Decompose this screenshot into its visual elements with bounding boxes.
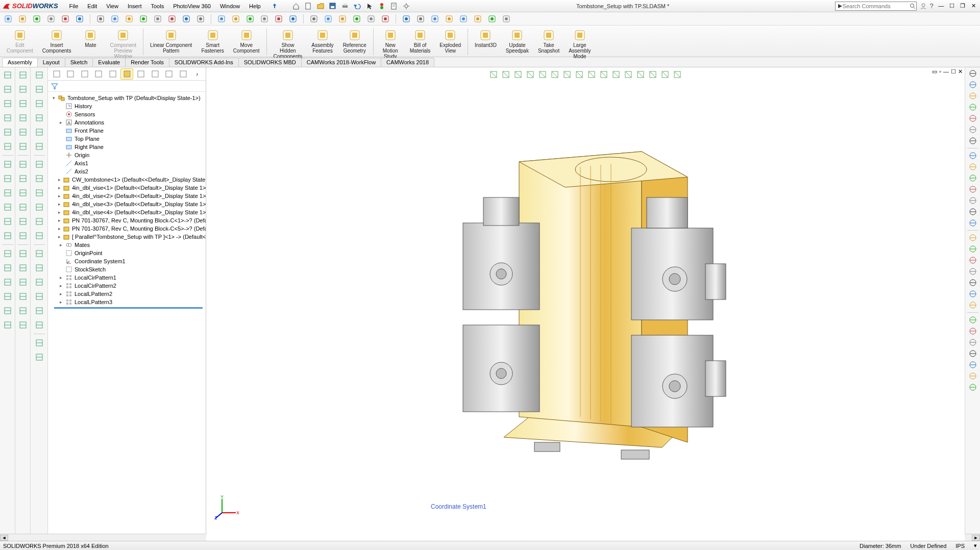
view-icon-7[interactable] [574,69,584,80]
vt1-icon-15[interactable] [2,291,13,302]
tree-item[interactable]: ▸4in_dbl_vise<1> (Default<<Default>_Disp… [51,184,206,192]
qa-icon-21[interactable] [323,14,333,24]
tree-item[interactable]: Coordinate System1 [51,257,206,265]
vt1-icon-16[interactable] [2,305,13,316]
rt-icon-0[interactable] [969,69,977,78]
qa-icon-8[interactable] [124,14,134,24]
qa-icon-22[interactable] [337,14,348,24]
orientation-triad[interactable]: Y X Z [214,495,240,520]
view-icon-11[interactable] [623,69,633,80]
expand-icon[interactable]: ▸ [58,291,63,296]
vt3-icon-1[interactable] [34,84,45,95]
vt3-icon-17[interactable] [34,319,45,331]
home-icon[interactable] [291,2,301,11]
vt2-icon-4[interactable] [17,127,29,138]
vp-close-icon[interactable]: ✕ [958,68,963,75]
qa-icon-2[interactable] [32,14,42,24]
vt1-icon-12[interactable] [2,248,13,259]
vt2-icon-17[interactable] [17,319,29,331]
view-icon-4[interactable] [537,69,548,80]
status-extra-icon[interactable]: ▾ [974,542,977,549]
expand-icon[interactable]: ▸ [58,283,63,288]
menu-photoview-360[interactable]: PhotoView 360 [169,2,215,10]
tree-item[interactable]: Sensors [51,110,206,118]
tree-item[interactable]: ▸4in_dbl_vise<2> (Default<<Default>_Disp… [51,192,206,200]
vt2-icon-5[interactable] [17,141,29,152]
vt2-icon-7[interactable] [17,173,29,184]
view-icon-5[interactable] [550,69,560,80]
vt3-icon-19[interactable] [34,352,45,363]
tree-item[interactable]: Right Plane [51,143,206,151]
vt1-icon-5[interactable] [2,141,13,152]
vt3-icon-0[interactable] [34,69,45,81]
view-icon-14[interactable] [660,69,670,80]
tree-tab-prop[interactable] [78,68,91,80]
rt-icon-25[interactable] [969,361,977,369]
vt2-icon-16[interactable] [17,305,29,316]
rt-icon-12[interactable] [969,208,977,216]
cm-tab-camworks-2018[interactable]: CAMWorks 2018 [381,58,434,67]
tree-tab-cw[interactable] [120,68,134,80]
menu-insert[interactable]: Insert [124,2,146,10]
qa-icon-5[interactable] [75,14,85,24]
vt1-icon-8[interactable] [2,187,13,198]
vt1-icon-11[interactable] [2,230,13,241]
restore-button[interactable]: ☐ [947,2,957,10]
search-commands[interactable] [835,2,917,11]
tree-item[interactable]: Axis2 [51,167,206,176]
rt-icon-23[interactable] [969,338,977,346]
rt-icon-11[interactable] [969,196,977,205]
rt-icon-24[interactable] [969,349,977,358]
ribbon-assembly[interactable]: AssemblyFeatures [308,28,337,57]
vt2-icon-10[interactable] [17,216,29,227]
cm-tab-evaluate[interactable]: Evaluate [92,58,126,67]
qa-icon-10[interactable] [153,14,163,24]
ribbon-new[interactable]: NewMotionStudy [377,28,404,57]
tree-item[interactable]: ▸LocalLPattern3 [51,298,206,306]
vt1-icon-0[interactable] [2,69,13,81]
expand-icon[interactable]: ▸ [58,120,63,125]
vt1-icon-6[interactable] [2,159,13,170]
vt2-icon-6[interactable] [17,159,29,170]
vt3-icon-16[interactable] [34,305,45,316]
qa-icon-20[interactable] [309,14,319,24]
qa-icon-24[interactable] [366,14,376,24]
tree-item[interactable]: ▸CW_tombstone<1> (Default<<Default>_Disp… [51,176,206,184]
rt-icon-27[interactable] [969,383,977,391]
tree-root[interactable]: ▾ Tombstone_Setup with TP (Default<Displ… [51,94,206,102]
ribbon-exploded[interactable]: ExplodedView [436,28,464,57]
pin-icon[interactable] [270,2,279,11]
menu-edit[interactable]: Edit [83,2,101,10]
tree-tab-display[interactable] [92,68,106,80]
cm-tab-sketch[interactable]: Sketch [65,58,93,67]
expand-icon[interactable]: ▸ [58,275,63,280]
vt3-icon-14[interactable] [34,277,45,288]
cm-tab-layout[interactable]: Layout [37,58,65,67]
qa-icon-1[interactable] [17,14,28,24]
collapse-icon[interactable]: ▾ [51,95,56,101]
qa-icon-14[interactable] [216,14,227,24]
qa-icon-15[interactable] [231,14,241,24]
expand-icon[interactable]: ▸ [58,299,63,305]
tree-item[interactable]: Top Plane [51,135,206,143]
cm-tab-render-tools[interactable]: Render Tools [125,58,169,67]
tree-tab-render[interactable] [134,68,148,80]
vt2-icon-2[interactable] [17,98,29,109]
tree-item[interactable]: ▸PN 701-30767, Rev C, Mounting Block-C<1… [51,216,206,224]
rebuild-red-icon[interactable] [377,2,386,11]
ribbon-move[interactable]: MoveComponent [230,28,263,57]
rt-icon-4[interactable] [969,114,977,122]
view-icon-10[interactable] [611,69,621,80]
rt-icon-21[interactable] [969,316,977,324]
minimize-button[interactable]: — [937,2,946,10]
vt1-icon-2[interactable] [2,98,13,109]
vt1-icon-9[interactable] [2,202,13,213]
qa-icon-29[interactable] [444,14,454,24]
undo-icon[interactable] [353,2,362,11]
tree-tab-assembly[interactable] [50,68,63,80]
vt2-icon-0[interactable] [17,69,29,81]
vt2-icon-14[interactable] [17,277,29,288]
ribbon-take[interactable]: TakeSnapshot [534,28,563,57]
settings-gear-icon[interactable] [402,2,411,11]
tree-filter-row[interactable] [48,81,206,92]
